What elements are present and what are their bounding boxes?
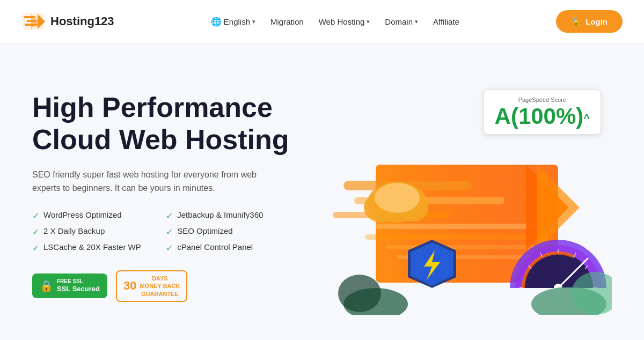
nav-item-language[interactable]: 🌐 English ▾ — [211, 17, 255, 27]
feature-label: 2 X Daily Backup — [43, 226, 105, 235]
ssl-top-label: FREE SSL — [57, 278, 100, 285]
nav-affiliate-label: Affiliate — [433, 17, 459, 26]
features-grid: ✓ WordPress Optimized ✓ Jetbackup & Imun… — [32, 210, 289, 253]
days-label: DAYS — [140, 275, 180, 282]
hero-section: High PerformanceCloud Web Hosting SEO fr… — [0, 43, 644, 340]
days-number: 30 — [123, 280, 136, 292]
hero-subtitle: SEO friendly super fast web hosting for … — [32, 168, 268, 195]
svg-rect-11 — [376, 224, 547, 229]
svg-rect-12 — [365, 234, 553, 240]
nav-links: 🌐 English ▾ Migration Web Hosting ▾ Doma… — [211, 17, 459, 27]
badges: 🔒 FREE SSL SSL Secured 30 DAYS MONEY BAC… — [32, 270, 289, 302]
chevron-down-icon-2: ▾ — [367, 18, 370, 25]
ssl-bot-label: SSL Secured — [57, 285, 100, 294]
feature-label: Jetbackup & Imunify360 — [177, 210, 263, 219]
navbar: Hosting123 🌐 English ▾ Migration Web Hos… — [0, 0, 644, 43]
nav-migration-label: Migration — [270, 17, 304, 26]
feature-label: WordPress Optimized — [43, 210, 122, 219]
nav-item-webhosting[interactable]: Web Hosting ▾ — [319, 17, 370, 26]
hero-title: High PerformanceCloud Web Hosting — [32, 92, 289, 156]
chevron-down-icon-3: ▾ — [415, 18, 418, 25]
nav-item-migration[interactable]: Migration — [270, 17, 304, 26]
days-text: DAYS MONEY BACK GUARANTEE — [140, 275, 180, 298]
nav-item-domain[interactable]: Domain ▾ — [385, 17, 418, 26]
lock-ssl-icon: 🔒 — [40, 279, 53, 292]
nav-language-label: English — [224, 17, 250, 26]
feature-item: ✓ Jetbackup & Imunify360 — [166, 210, 289, 221]
check-icon: ✓ — [166, 243, 173, 253]
login-label: Login — [586, 17, 608, 26]
check-icon: ✓ — [32, 243, 39, 253]
badge-ssl: 🔒 FREE SSL SSL Secured — [32, 274, 107, 298]
hero-left: High PerformanceCloud Web Hosting SEO fr… — [32, 92, 289, 302]
logo[interactable]: Hosting123 — [21, 12, 114, 31]
check-icon: ✓ — [32, 227, 39, 237]
logo-text: Hosting123 — [50, 14, 114, 28]
ssl-text: FREE SSL SSL Secured — [57, 278, 100, 294]
nav-webhosting-label: Web Hosting — [319, 17, 365, 26]
logo-icon — [21, 12, 45, 31]
feature-item: ✓ WordPress Optimized — [32, 210, 155, 221]
feature-item: ✓ LSCache & 20X Faster WP — [32, 242, 155, 253]
feature-label: SEO Optimized — [177, 226, 232, 235]
hero-illustration: PageSpeed Score A(100%)^ — [311, 79, 612, 315]
pagespeed-score: A(100%)^ — [495, 105, 590, 128]
feature-label: LSCache & 20X Faster WP — [43, 242, 141, 252]
check-icon: ✓ — [32, 211, 39, 221]
svg-rect-13 — [386, 245, 537, 249]
pagespeed-up-arrow: ^ — [583, 112, 590, 124]
guarantee-label: GUARANTEE — [140, 290, 180, 298]
pagespeed-grade: A(100%) — [495, 104, 584, 129]
chevron-down-icon: ▾ — [252, 18, 255, 25]
pagespeed-label: PageSpeed Score — [495, 97, 590, 103]
feature-item: ✓ cPanel Control Panel — [166, 242, 289, 253]
money-back-label: MONEY BACK — [140, 282, 180, 290]
svg-point-20 — [375, 183, 420, 213]
nav-item-affiliate[interactable]: Affiliate — [433, 17, 459, 26]
lock-icon: 🔒 — [571, 17, 581, 26]
login-button[interactable]: 🔒 Login — [556, 10, 623, 33]
feature-item: ✓ SEO Optimized — [166, 226, 289, 237]
pagespeed-card: PageSpeed Score A(100%)^ — [484, 90, 601, 135]
svg-point-36 — [338, 275, 381, 312]
badge-30days: 30 DAYS MONEY BACK GUARANTEE — [116, 270, 187, 302]
feature-item: ✓ 2 X Daily Backup — [32, 226, 155, 237]
globe-icon: 🌐 — [211, 17, 222, 27]
feature-label: cPanel Control Panel — [177, 242, 253, 252]
nav-domain-label: Domain — [385, 17, 413, 26]
check-icon: ✓ — [166, 211, 173, 221]
check-icon: ✓ — [166, 227, 173, 237]
